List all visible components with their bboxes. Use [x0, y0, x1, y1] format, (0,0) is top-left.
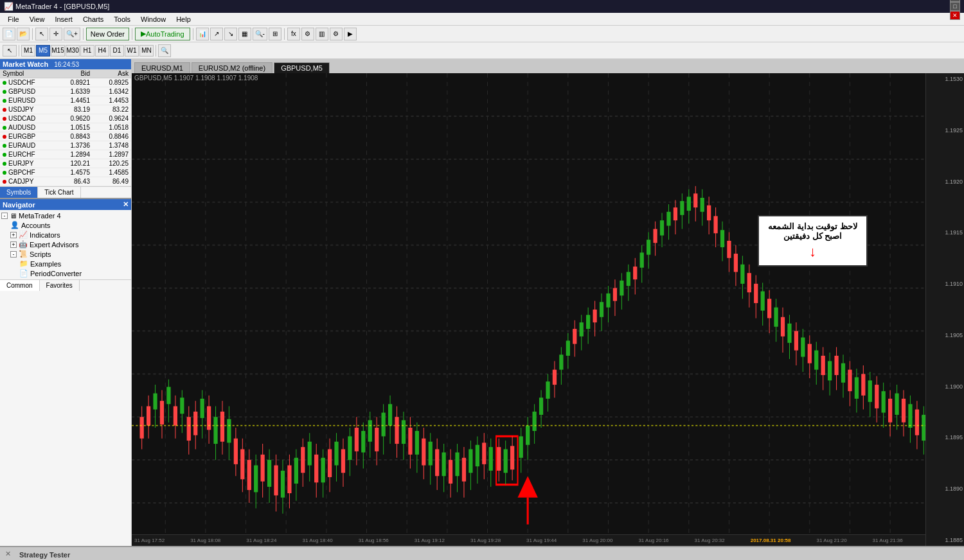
- tab-tick-chart[interactable]: Tick Chart: [38, 187, 80, 198]
- svg-rect-72: [274, 466, 278, 496]
- time-2120: 31 Aug 21:20: [816, 538, 846, 543]
- svg-rect-165: [586, 315, 590, 329]
- bid-cell: 0.8921: [51, 79, 90, 86]
- ask-cell: 0.8846: [90, 133, 129, 140]
- line-studies-button[interactable]: 📊: [196, 28, 209, 40]
- left-panel: Market Watch 16:24:53 Symbol Bid Ask USD…: [0, 59, 132, 546]
- nav-examples[interactable]: 📁 Examples: [19, 259, 130, 268]
- menu-tools[interactable]: Tools: [109, 14, 136, 24]
- chart-up-button[interactable]: ↗: [210, 28, 223, 40]
- market-watch-row[interactable]: GBPCHF 1.4575 1.4585: [0, 168, 131, 177]
- tf-d1[interactable]: D1: [110, 45, 124, 57]
- svg-rect-136: [489, 447, 493, 471]
- nav-accounts[interactable]: 👤 Accounts: [10, 220, 130, 230]
- market-watch-row[interactable]: GBPUSD 1.6339 1.6342: [0, 87, 131, 96]
- titlebar-title: MetaTrader 4 - [GBPUSD,M5]: [15, 3, 109, 10]
- tf-h4[interactable]: H4: [95, 45, 109, 57]
- indicators-button[interactable]: fx: [287, 28, 300, 40]
- market-watch-header: Market Watch 16:24:53: [0, 59, 131, 69]
- autotrading-button[interactable]: ▶ AutoTrading: [135, 28, 190, 40]
- ea-button[interactable]: ⚙: [301, 28, 314, 40]
- svg-rect-225: [787, 324, 791, 343]
- nav-metatrader4[interactable]: - 🖥 MetaTrader 4: [1, 211, 130, 220]
- chart-tab-gbpusd-m5[interactable]: GBPUSD,M5: [274, 62, 330, 73]
- price-1895: 1.1895: [927, 434, 963, 441]
- time-aug17: 31 Aug 17:52: [134, 538, 165, 543]
- market-watch-row[interactable]: USDCHF 0.8921 0.8925: [0, 78, 131, 87]
- market-watch-row[interactable]: EURGBP 0.8843 0.8846: [0, 132, 131, 141]
- titlebar-left: 📈 MetaTrader 4 - [GBPUSD,M5]: [4, 2, 109, 11]
- svg-rect-60: [234, 439, 238, 464]
- computer-icon: 🖥: [10, 212, 17, 220]
- market-watch-row[interactable]: EURJPY 120.21 120.25: [0, 159, 131, 168]
- market-watch-row[interactable]: AUDUSD 1.0515 1.0518: [0, 123, 131, 132]
- crosshair-button[interactable]: ✛: [49, 28, 62, 40]
- script-file-icon: 📄: [19, 269, 28, 277]
- ea-expand-icon[interactable]: +: [10, 241, 17, 248]
- maximize-button[interactable]: □: [950, 2, 960, 11]
- market-watch-row[interactable]: USDJPY 83.19 83.22: [0, 105, 131, 114]
- search-button[interactable]: 🔍: [158, 44, 171, 57]
- tester-button[interactable]: ▶: [344, 28, 357, 40]
- svg-rect-40: [166, 387, 170, 404]
- close-button[interactable]: ✕: [950, 11, 960, 20]
- tf-m5[interactable]: M5: [36, 45, 50, 57]
- tab-symbols[interactable]: Symbols: [0, 187, 38, 198]
- menu-view[interactable]: View: [24, 14, 50, 24]
- settings-button[interactable]: ⚙: [330, 28, 343, 40]
- svg-rect-147: [526, 426, 530, 445]
- svg-rect-233: [814, 351, 818, 370]
- zoom-in-button[interactable]: 🔍+: [64, 28, 80, 40]
- nav-expert-advisors[interactable]: + 🤖 Expert Advisors: [10, 240, 130, 249]
- nav-indicators[interactable]: + 📈 Indicators: [10, 230, 130, 240]
- menu-help[interactable]: Help: [171, 14, 196, 24]
- indicators-expand-icon[interactable]: +: [10, 232, 17, 238]
- nav-period-converter[interactable]: 📄 PeriodConverter: [19, 268, 130, 278]
- nav-tab-common[interactable]: Common: [0, 280, 40, 291]
- tf-h1[interactable]: H1: [80, 45, 94, 57]
- svg-rect-54: [213, 417, 217, 444]
- menu-charts[interactable]: Charts: [78, 14, 109, 24]
- new-file-button[interactable]: 📄: [3, 28, 15, 40]
- chart-tab-eurusd-m2[interactable]: EURUSD,M2 (offline): [192, 62, 272, 73]
- time-axis: 31 Aug 17:52 31 Aug 18:08 31 Aug 18:24 3…: [132, 534, 925, 546]
- annotation-line1: لاحظ توقيت بداية الشمعه: [768, 222, 857, 231]
- bar-chart-button[interactable]: ▦: [238, 28, 251, 40]
- market-watch-row[interactable]: EURUSD 1.4451 1.4453: [0, 96, 131, 105]
- zoom-out-button[interactable]: 🔍-: [253, 28, 267, 40]
- tf-w1[interactable]: W1: [125, 45, 139, 57]
- scripts-expand-icon[interactable]: -: [10, 251, 17, 258]
- menu-file[interactable]: File: [3, 14, 24, 24]
- ask-cell: 1.6342: [90, 88, 129, 95]
- open-button[interactable]: 📂: [17, 28, 30, 40]
- tf-m1[interactable]: M1: [21, 45, 35, 57]
- market-watch-row[interactable]: EURAUD 1.3736 1.3748: [0, 141, 131, 150]
- market-watch-row[interactable]: EURCHF 1.2894 1.2897: [0, 150, 131, 159]
- tf-mn[interactable]: MN: [139, 45, 154, 57]
- chart-tab-eurusd-m1[interactable]: EURUSD,M1: [134, 62, 190, 73]
- time-2016: 31 Aug 20:16: [638, 538, 668, 543]
- svg-rect-104: [382, 413, 386, 437]
- svg-rect-50: [201, 399, 204, 418]
- menu-insert[interactable]: Insert: [49, 14, 78, 24]
- tf-m30[interactable]: M30: [66, 45, 80, 57]
- navigator-close-icon[interactable]: ✕: [123, 200, 129, 209]
- chart-symbol-info: GBPUSD,M5 1.1907 1.1908 1.1907 1.1908: [134, 74, 258, 82]
- chart-down-button[interactable]: ↘: [224, 28, 237, 40]
- menu-window[interactable]: Window: [136, 14, 171, 24]
- tf-cursor[interactable]: ↖: [3, 45, 17, 57]
- svg-rect-38: [160, 401, 164, 424]
- arrow-tool-button[interactable]: ↖: [35, 28, 48, 40]
- separator2: [83, 28, 84, 40]
- grid-button[interactable]: ⊞: [269, 28, 281, 40]
- expand-icon[interactable]: -: [1, 213, 8, 219]
- terminal-button[interactable]: ▥: [316, 28, 328, 40]
- strategy-tester-close-icon[interactable]: ✕: [5, 550, 11, 558]
- market-watch-row[interactable]: USDCAD 0.9620 0.9624: [0, 114, 131, 123]
- nav-scripts[interactable]: - 📜 Scripts: [10, 249, 130, 259]
- market-watch-row[interactable]: CADJPY 86.43 86.49: [0, 177, 131, 186]
- tf-m15[interactable]: M15: [51, 45, 65, 57]
- new-order-button[interactable]: New Order: [86, 28, 129, 40]
- nav-tab-favorites[interactable]: Favorites: [40, 280, 80, 291]
- svg-rect-98: [361, 431, 365, 452]
